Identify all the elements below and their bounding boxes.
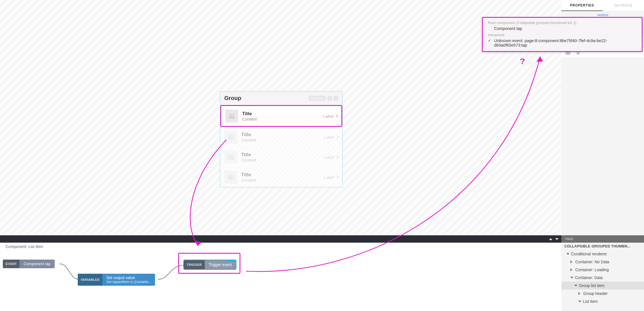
row-text: Title Content: [242, 111, 257, 121]
tab-outputs[interactable]: OUTPUTS: [603, 0, 644, 11]
row-label: Label: [324, 135, 334, 140]
row-label: Label: [323, 114, 333, 119]
svg-point-3: [229, 136, 230, 137]
tree-conditional-renderer[interactable]: Conditional renderer: [561, 250, 644, 258]
event-picker-menu[interactable]: Root component (Collapsible grouped thum…: [482, 17, 643, 52]
copy-icon[interactable]: ⧉: [328, 96, 332, 101]
row-title: Title: [242, 111, 257, 117]
right-panel-tabs: PROPERTIES OUTPUTS: [561, 0, 644, 11]
row-title: Title: [241, 152, 256, 158]
menu-group-advanced: Advanced: [483, 32, 642, 38]
menu-group-root: Root component (Collapsible grouped thum…: [483, 19, 642, 25]
variables-node-title: Set output value: [106, 275, 151, 280]
trigger-node-cap: TRIGGER: [184, 260, 205, 269]
svg-point-5: [229, 156, 230, 157]
list-item-tag: List item: [309, 96, 326, 101]
image-icon: [224, 171, 237, 184]
group-title: Group: [224, 95, 241, 101]
menu-item-unknown-event[interactable]: Unknown event: page:8:component:8be75f40…: [483, 38, 642, 48]
menu-item-component-tap[interactable]: Component tap: [483, 25, 642, 32]
chevron-right-icon: [335, 114, 338, 118]
logic-panel-toolbar: [0, 235, 561, 243]
variables-node[interactable]: VARIABLES Set output value Set tappedIte…: [78, 274, 155, 286]
row-title: Title: [241, 132, 256, 138]
tree-group-list-item[interactable]: Group list item: [561, 282, 644, 290]
row-title: Title: [241, 172, 256, 178]
caret-down-icon: [578, 301, 581, 302]
caret-right-icon: [578, 292, 581, 295]
image-icon: [224, 131, 237, 143]
tree-container-data[interactable]: Container: Data: [561, 274, 644, 282]
close-icon[interactable]: ✕: [334, 96, 338, 101]
event-node-cap: EVENT: [3, 260, 20, 268]
trigger-node[interactable]: ⧉ ✕ TRIGGER Trigger event: [184, 260, 236, 269]
tree-list-item[interactable]: List item: [561, 297, 644, 305]
tree-container-loading[interactable]: Container: Loading: [561, 266, 644, 274]
chevron-right-icon: [335, 135, 339, 138]
caret-down-icon: [574, 285, 577, 286]
row-label: Label: [324, 175, 334, 180]
caret-down-icon: [570, 277, 573, 279]
logic-editor[interactable]: Component: List item EVENT Component tap…: [0, 243, 561, 311]
event-node[interactable]: EVENT Component tap: [3, 260, 55, 268]
chevron-right-icon: [335, 175, 339, 179]
row-label: Label: [324, 155, 334, 160]
svg-point-7: [229, 176, 230, 177]
collapse-down-icon[interactable]: [555, 238, 559, 240]
image-icon: [224, 151, 237, 164]
variables-node-subtitle: Set tappedItem to {{variable...: [106, 280, 151, 284]
component-tree[interactable]: COLLAPSIBLE GROUPED THUMBN... Conditiona…: [561, 243, 644, 311]
component-preview: Group List item ⧉ ✕ Title Content Label …: [220, 91, 343, 187]
trigger-node-label: Trigger event: [209, 262, 232, 267]
image-icon: [225, 110, 238, 123]
tree-container-nodata[interactable]: Container: No Data: [561, 258, 644, 266]
list-item-row[interactable]: TitleContent Label: [220, 147, 342, 167]
delete-icon[interactable]: ✕: [231, 260, 236, 261]
row-content: Content: [241, 178, 256, 182]
chevron-right-icon: [335, 155, 339, 158]
variables-node-cap: VARIABLES: [78, 274, 102, 286]
list-item-row-selected[interactable]: Title Content Label: [221, 106, 341, 126]
caret-down-icon: [567, 253, 569, 255]
group-header: Group List item ⧉ ✕: [220, 92, 342, 105]
tree-header: TREE: [561, 235, 644, 243]
svg-point-1: [230, 115, 231, 116]
row-right: Label: [323, 114, 337, 119]
row-content: Content: [241, 138, 256, 142]
caret-right-icon: [570, 268, 574, 271]
expand-up-icon[interactable]: [549, 238, 552, 240]
tree-root[interactable]: COLLAPSIBLE GROUPED THUMBN...: [561, 243, 644, 250]
caret-right-icon: [570, 260, 574, 263]
row-content: Content: [241, 158, 256, 162]
trigger-node-mini-toolbar: ⧉ ✕: [226, 260, 236, 261]
row-content: Content: [242, 117, 257, 121]
tab-properties[interactable]: PROPERTIES: [561, 0, 603, 11]
event-node-label: Component tap: [23, 262, 51, 266]
tree-group-header[interactable]: Group header: [561, 290, 644, 297]
duplicate-icon[interactable]: ⧉: [226, 260, 231, 261]
annotation-question-mark: ?: [520, 56, 525, 66]
group-header-tag: List item ⧉ ✕: [309, 96, 338, 101]
list-item-row[interactable]: TitleContent Label: [220, 127, 342, 147]
list-item-row[interactable]: TitleContent Label: [220, 167, 342, 187]
highlight-selected-row: Title Content Label: [220, 105, 342, 127]
